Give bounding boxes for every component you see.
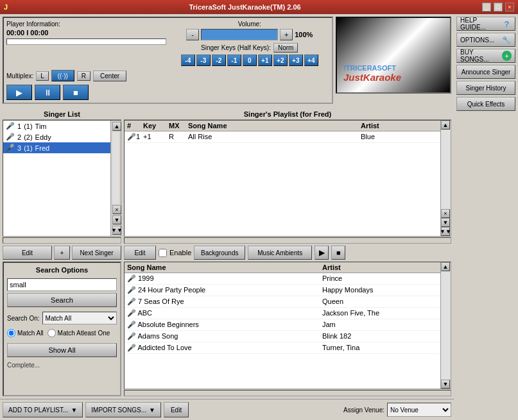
- justkaraoke-text: JustKaraoke: [343, 72, 401, 83]
- playlist-hscrollbar[interactable]: [124, 237, 451, 244]
- player-row: Player Information: 00:00 I 00:00 Volume…: [0, 14, 454, 109]
- singer-add-button[interactable]: +: [54, 246, 70, 260]
- multiplex-r-button[interactable]: R: [77, 71, 91, 81]
- singer-item-1[interactable]: 🎤 1 (1) Tim: [3, 121, 110, 131]
- key-plus1-button[interactable]: +1: [258, 55, 272, 66]
- ambient-stop-button[interactable]: ■: [331, 246, 345, 260]
- library-row-2[interactable]: 🎤 24 Hour Party People Happy Mondays: [125, 285, 440, 296]
- venue-select[interactable]: No Venue: [387, 403, 451, 417]
- volume-label: Volume:: [238, 21, 261, 28]
- playlist-scroll-track: [441, 130, 451, 209]
- volume-controls: - + 100%: [186, 29, 313, 40]
- multiplex-l-button[interactable]: L: [36, 71, 49, 81]
- search-input[interactable]: [7, 278, 117, 291]
- singer-scroll-down[interactable]: ▼: [112, 215, 121, 224]
- library-hscrollbar[interactable]: [124, 390, 451, 396]
- match-atleast-label: Match Atleast One: [58, 330, 110, 337]
- norm-button[interactable]: Norm: [273, 43, 298, 53]
- singer-scroll-x[interactable]: ×: [112, 205, 121, 214]
- match-all-radio[interactable]: [7, 329, 15, 337]
- singer-num-3: 3: [17, 144, 21, 152]
- volume-up-button[interactable]: +: [280, 29, 293, 40]
- library-row-4[interactable]: 🎤 ABC Jackson Five, The: [125, 308, 440, 319]
- key-0-button[interactable]: 0: [243, 55, 257, 66]
- import-songs-button[interactable]: IMPORT SONGS... ▼: [85, 402, 161, 417]
- pause-button[interactable]: ⏸: [35, 85, 60, 100]
- singer-history-button[interactable]: Singer History: [456, 81, 515, 95]
- singer-item-3[interactable]: 🎤 3 (1) Fred: [3, 142, 110, 153]
- assign-venue-label: Assign Venue:: [343, 407, 384, 414]
- progress-bar[interactable]: [6, 38, 166, 45]
- music-ambients-button[interactable]: Music Ambients: [248, 246, 312, 260]
- center-button[interactable]: Center: [93, 71, 126, 81]
- singer-item-2[interactable]: 🎤 2 (2) Eddy: [3, 131, 110, 142]
- multiplex-double-button[interactable]: ((·)): [51, 70, 74, 81]
- maximize-button[interactable]: □: [494, 3, 503, 12]
- bottom-edit-button[interactable]: Edit: [164, 402, 189, 417]
- match-atleast-radio[interactable]: [47, 329, 56, 337]
- playlist-controls: Edit Enable Backgrounds Music Ambients ▶…: [124, 246, 451, 260]
- options-button[interactable]: OPTIONS... 🔧: [456, 33, 515, 47]
- playlist-scroll-down2[interactable]: ▼▼: [441, 227, 450, 236]
- minimize-button[interactable]: _: [482, 3, 491, 12]
- assign-venue-section: Assign Venue: No Venue: [343, 403, 451, 417]
- key-minus2-button[interactable]: -2: [212, 55, 226, 66]
- library-scroll-up[interactable]: ▲: [441, 262, 450, 271]
- ambient-play-button[interactable]: ▶: [315, 246, 329, 260]
- key-plus4-button[interactable]: +4: [304, 55, 318, 66]
- close-button[interactable]: ×: [505, 3, 514, 12]
- backgrounds-button[interactable]: Backgrounds: [194, 246, 245, 260]
- singer-name-2: Eddy: [35, 133, 51, 141]
- titlebar-title: TriceraSoft JustKaraoke(TM) 2.06: [8, 3, 482, 11]
- key-plus2-button[interactable]: +2: [273, 55, 288, 66]
- search-on-select[interactable]: Match All Song Name Artist Both: [42, 312, 117, 324]
- enable-checkbox[interactable]: [159, 249, 167, 257]
- singer-edit-button[interactable]: Edit: [3, 246, 52, 260]
- search-button[interactable]: Search: [7, 293, 117, 307]
- singer-scroll-down2[interactable]: ▼▼: [112, 226, 121, 235]
- status-bar: Complete...: [7, 362, 117, 369]
- col-header-artist: Artist: [361, 122, 438, 130]
- playlist-scroll-up[interactable]: ▲: [441, 121, 450, 130]
- add-to-playlist-button[interactable]: ADD TO PLAYLIST... ▼: [3, 402, 83, 417]
- help-guide-button[interactable]: HELP GUIDE... ?: [456, 17, 515, 31]
- playlist-edit-button[interactable]: Edit: [124, 246, 156, 260]
- next-singer-button[interactable]: Next Singer: [72, 246, 121, 260]
- key-minus1-button[interactable]: -1: [227, 55, 241, 66]
- singer-hscrollbar[interactable]: [3, 237, 121, 244]
- multiplex-row: Multiplex: L ((·)) R Center: [6, 70, 329, 81]
- singer-list-panel: Singer List 🎤 1 (1) Tim 🎤 2: [3, 109, 121, 244]
- singer-list-container: 🎤 1 (1) Tim 🎤 2 (2) Eddy: [3, 120, 121, 237]
- help-icon: ?: [502, 19, 512, 29]
- library-artist-3: Queen: [322, 298, 438, 306]
- key-minus4-button[interactable]: -4: [181, 55, 195, 66]
- announce-singer-button[interactable]: Announce Singer: [456, 65, 515, 79]
- volume-down-button[interactable]: -: [186, 29, 199, 40]
- library-row-7[interactable]: 🎤 Addicted To Love Turner, Tina: [125, 342, 440, 354]
- playlist-scroll-down[interactable]: ▼: [441, 218, 450, 227]
- playlist-row-1[interactable]: 🎤1 +1 R All Rise Blue: [125, 131, 440, 143]
- library-artist-2: Happy Mondays: [322, 286, 438, 294]
- playlist-scroll-x[interactable]: ×: [441, 209, 450, 218]
- key-plus3-button[interactable]: +3: [289, 55, 303, 66]
- play-button[interactable]: ▶: [6, 85, 32, 100]
- library-scroll-down[interactable]: ▼: [441, 380, 450, 389]
- library-container: Song Name Artist 🎤 1999 Prince 🎤 24 Hour…: [124, 262, 451, 389]
- quick-effects-button[interactable]: Quick Effects: [456, 97, 515, 111]
- import-arrow-icon: ▼: [149, 407, 155, 414]
- singer-keys-row: Singer Keys (Half Keys): Norm: [201, 43, 298, 53]
- volume-slider[interactable]: [201, 29, 278, 40]
- show-all-button[interactable]: Show All: [7, 343, 117, 357]
- library-row-6[interactable]: 🎤 Adams Song Blink 182: [125, 331, 440, 342]
- library-content: Song Name Artist 🎤 1999 Prince 🎤 24 Hour…: [125, 262, 440, 389]
- key-minus3-button[interactable]: -3: [196, 55, 211, 66]
- library-row-3[interactable]: 🎤 7 Seas Of Rye Queen: [125, 296, 440, 308]
- library-row-1[interactable]: 🎤 1999 Prince: [125, 273, 440, 285]
- stop-button[interactable]: ■: [63, 85, 89, 100]
- library-row-5[interactable]: 🎤 Absolute Beginners Jam: [125, 319, 440, 331]
- library-scroll-track: [441, 271, 451, 380]
- buy-songs-button[interactable]: BUY SONGS... +: [456, 49, 515, 63]
- help-guide-label: HELP GUIDE...: [460, 17, 502, 31]
- match-atleast-option: Match Atleast One: [47, 329, 110, 337]
- singer-scroll-up[interactable]: ▲: [112, 122, 121, 131]
